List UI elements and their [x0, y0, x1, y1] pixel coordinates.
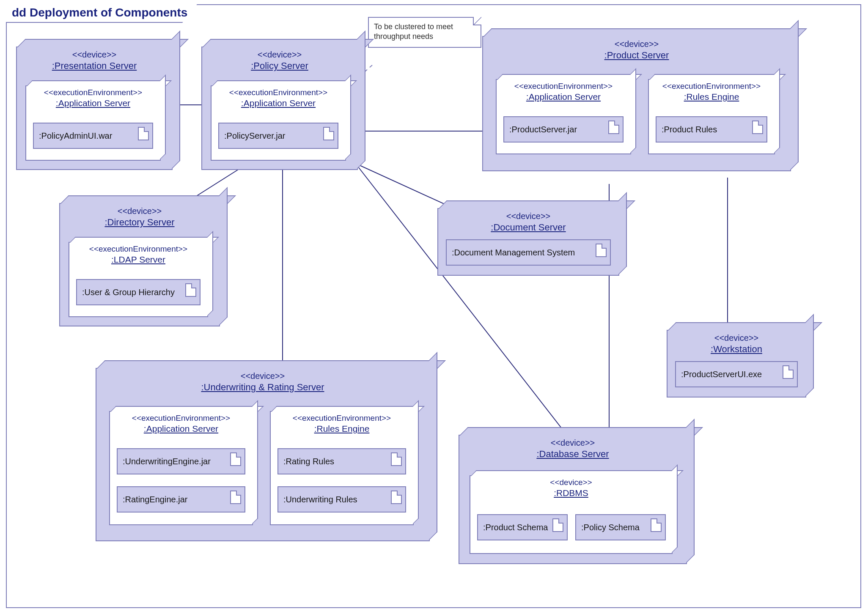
title-uw-env1: :Application Server — [110, 424, 252, 434]
node-product-server: <<device>> :Product Server <<executionEn… — [482, 36, 791, 171]
stereo-device: <<device>> — [483, 39, 790, 49]
stereo-exec: <<executionEnvironment>> — [26, 88, 160, 97]
stereo-device: <<device>> — [60, 206, 219, 216]
title-workstation: :Workstation — [667, 344, 805, 355]
node-database-server: <<device>> :Database Server <<device>> :… — [459, 435, 687, 564]
env-ldap: <<executionEnvironment>> :LDAP Server :U… — [69, 242, 208, 317]
stereo-device-inner: <<device>> — [470, 478, 672, 487]
artifact-icon — [608, 121, 619, 134]
node-underwriting-server: <<device>> :Underwriting & Rating Server… — [96, 368, 430, 541]
artifact-icon — [752, 121, 763, 134]
artifact-icon — [596, 244, 607, 257]
artifact-label: :Underwriting Rules — [283, 495, 357, 504]
stereo-exec: <<executionEnvironment>> — [649, 82, 774, 91]
diagram-canvas: dd Deployment of Components To be cluste… — [0, 0, 868, 614]
title-underwriting: :Underwriting & Rating Server — [96, 382, 429, 393]
stereo-exec: <<executionEnvironment>> — [110, 414, 252, 423]
artifact-label: :UnderwritingEngine.jar — [123, 457, 211, 466]
node-workstation: <<device>> :Workstation :ProductServerUI… — [667, 330, 806, 397]
artifact-icon — [783, 365, 794, 379]
env-uw-appserver: <<executionEnvironment>> :Application Se… — [109, 411, 253, 525]
env-policy-appserver: <<executionEnvironment>> :Application Se… — [211, 85, 346, 161]
artifact-icon — [230, 491, 241, 504]
artifact-policyschema: :Policy Schema — [575, 514, 666, 540]
artifact-productserverui: :ProductServerUI.exe — [675, 361, 798, 387]
stereo-device: <<device>> — [202, 50, 357, 60]
artifact-label: :Product Schema — [483, 523, 548, 532]
title-rdbms: :RDBMS — [470, 488, 672, 498]
artifact-label: :ProductServerUI.exe — [681, 370, 762, 379]
artifact-ratingrules: :Rating Rules — [277, 448, 406, 474]
diagram-title: dd Deployment of Components — [6, 4, 198, 23]
artifact-icon — [185, 283, 196, 297]
stereo-device: <<device>> — [667, 333, 805, 343]
title-product: :Product Server — [483, 50, 790, 61]
env-uw-rules: <<executionEnvironment>> :Rules Engine :… — [270, 411, 414, 525]
artifact-productrules: :Product Rules — [656, 116, 767, 143]
env-product-appserver: <<executionEnvironment>> :Application Se… — [496, 79, 631, 154]
stereo-device: <<device>> — [438, 211, 618, 221]
artifact-icon — [323, 127, 334, 140]
stereo-device: <<device>> — [17, 50, 172, 60]
artifact-icon — [391, 491, 402, 504]
title-product-env1: :Application Server — [497, 92, 630, 102]
title-presentation: :Presentation Server — [17, 60, 172, 71]
artifact-docmgmt: :Document Management System — [446, 239, 611, 266]
title-presentation-env: :Application Server — [26, 98, 160, 108]
artifact-productschema: :Product Schema — [477, 514, 568, 540]
artifact-uwengine: :UnderwritingEngine.jar — [117, 448, 245, 474]
title-product-env2: :Rules Engine — [649, 92, 774, 102]
artifact-label: :Document Management System — [452, 248, 575, 258]
env-product-rules: <<executionEnvironment>> :Rules Engine :… — [648, 79, 775, 154]
note-throughput: To be clustered to meet throughput needs — [368, 17, 481, 48]
artifact-label: :PolicyAdminUI.war — [39, 131, 112, 141]
node-presentation-server: <<device>> :Presentation Server <<execut… — [16, 47, 173, 170]
artifact-label: :User & Group Hierarchy — [82, 288, 175, 297]
title-directory: :Directory Server — [60, 217, 219, 228]
stereo-exec: <<executionEnvironment>> — [271, 414, 413, 423]
title-policy-env: :Application Server — [212, 98, 345, 108]
stereo-exec: <<executionEnvironment>> — [69, 244, 207, 254]
node-directory-server: <<device>> :Directory Server <<execution… — [59, 203, 220, 326]
node-policy-server: <<device>> :Policy Server <<executionEnv… — [201, 47, 358, 170]
title-policy: :Policy Server — [202, 60, 357, 71]
artifact-icon — [552, 518, 563, 532]
artifact-ratingengine: :RatingEngine.jar — [117, 486, 245, 513]
artifact-label: :Policy Schema — [581, 523, 640, 532]
artifact-policyadminui: :PolicyAdminUI.war — [33, 123, 153, 149]
title-document: :Document Server — [438, 222, 618, 233]
artifact-icon — [391, 452, 402, 466]
stereo-exec: <<executionEnvironment>> — [497, 82, 630, 91]
title-uw-env2: :Rules Engine — [271, 424, 413, 434]
artifact-productserverjar: :ProductServer.jar — [503, 116, 624, 143]
artifact-label: :RatingEngine.jar — [123, 495, 187, 504]
artifact-uwrules: :Underwriting Rules — [277, 486, 406, 513]
artifact-icon — [138, 127, 149, 140]
env-presentation-appserver: <<executionEnvironment>> :Application Se… — [25, 85, 161, 161]
artifact-label: :PolicyServer.jar — [224, 131, 286, 141]
env-rdbms: <<device>> :RDBMS :Product Schema :Polic… — [470, 475, 673, 554]
artifact-icon — [230, 452, 241, 466]
artifact-label: :Rating Rules — [283, 457, 334, 466]
stereo-device: <<device>> — [459, 438, 686, 448]
artifact-usergroup: :User & Group Hierarchy — [76, 279, 201, 305]
artifact-policyserverjar: :PolicyServer.jar — [218, 123, 338, 149]
title-database: :Database Server — [459, 449, 686, 460]
node-document-server: <<device>> :Document Server :Document Ma… — [437, 208, 619, 276]
artifact-label: :ProductServer.jar — [509, 125, 577, 134]
stereo-device: <<device>> — [96, 371, 429, 381]
stereo-exec: <<executionEnvironment>> — [212, 88, 345, 97]
artifact-label: :Product Rules — [662, 125, 717, 134]
artifact-icon — [651, 518, 662, 532]
title-ldap: :LDAP Server — [69, 255, 207, 265]
